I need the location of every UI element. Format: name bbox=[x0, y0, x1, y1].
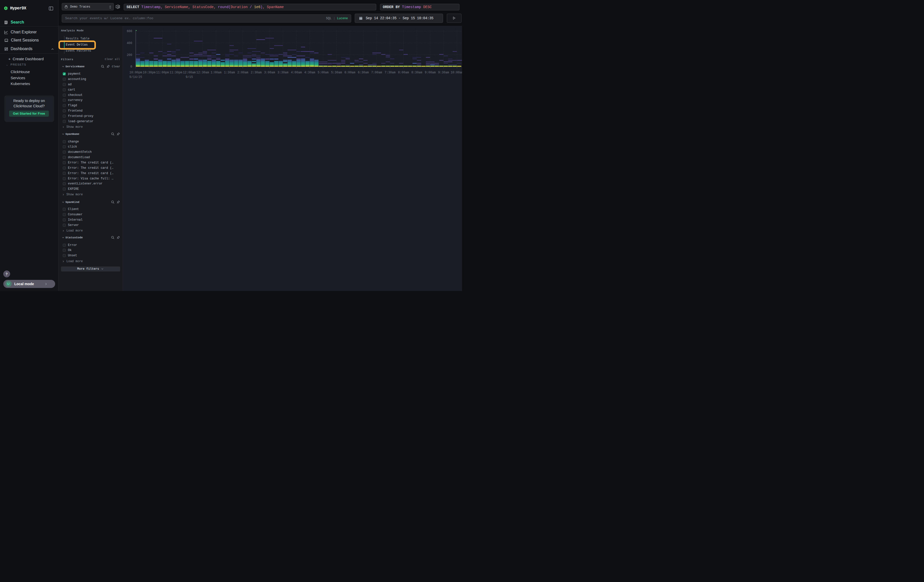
svg-text:9:30am: 9:30am bbox=[438, 71, 449, 74]
svg-text:400: 400 bbox=[127, 41, 132, 45]
svg-text:3:00am: 3:00am bbox=[264, 71, 275, 74]
svg-text:10:00pm: 10:00pm bbox=[129, 71, 142, 74]
svg-text:10:30pm: 10:30pm bbox=[143, 71, 155, 74]
svg-text:0: 0 bbox=[130, 65, 132, 69]
svg-text:9:00am: 9:00am bbox=[424, 71, 436, 74]
svg-text:10:00am: 10:00am bbox=[450, 71, 462, 74]
svg-text:4:00am: 4:00am bbox=[291, 71, 302, 74]
svg-text:8:00am: 8:00am bbox=[398, 71, 409, 74]
svg-text:9/15: 9/15 bbox=[185, 75, 193, 79]
svg-text:3:30am: 3:30am bbox=[277, 71, 288, 74]
svg-text:12:30am: 12:30am bbox=[196, 71, 209, 74]
svg-text:2:00am: 2:00am bbox=[237, 71, 248, 74]
svg-text:2:30am: 2:30am bbox=[251, 71, 261, 74]
svg-text:11:00pm: 11:00pm bbox=[156, 71, 169, 74]
svg-text:600: 600 bbox=[127, 30, 132, 33]
svg-text:8:30am: 8:30am bbox=[411, 71, 422, 74]
svg-text:4:30am: 4:30am bbox=[304, 71, 315, 74]
svg-text:9/14/25: 9/14/25 bbox=[129, 75, 142, 79]
svg-text:11:30pm: 11:30pm bbox=[169, 71, 182, 74]
svg-text:7:30am: 7:30am bbox=[384, 71, 395, 74]
svg-text:1:00am: 1:00am bbox=[211, 71, 221, 74]
svg-text:6:00am: 6:00am bbox=[344, 71, 355, 74]
svg-text:7:00am: 7:00am bbox=[371, 71, 382, 74]
svg-text:200: 200 bbox=[127, 53, 132, 57]
svg-text:5:00am: 5:00am bbox=[318, 71, 328, 74]
svg-text:12:00am: 12:00am bbox=[183, 71, 195, 74]
svg-text:1:30am: 1:30am bbox=[224, 71, 235, 74]
svg-text:5:30am: 5:30am bbox=[331, 71, 342, 74]
svg-text:6:30am: 6:30am bbox=[358, 71, 369, 74]
